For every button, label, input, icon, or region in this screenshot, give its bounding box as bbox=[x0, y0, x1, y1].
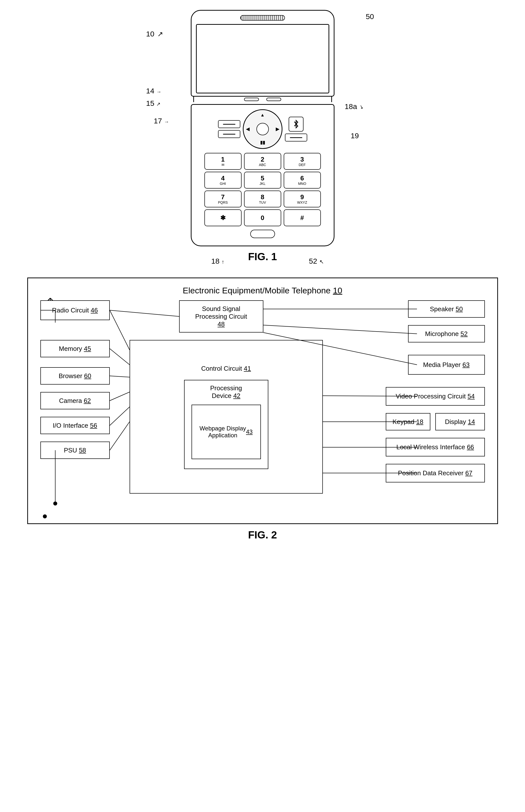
soft-key-line bbox=[223, 124, 235, 125]
phone-top bbox=[191, 10, 334, 96]
dpad-down[interactable]: ▮▮ bbox=[260, 140, 265, 145]
label-18: 18 ↑ bbox=[211, 257, 224, 265]
bluetooth-button[interactable] bbox=[289, 117, 303, 132]
svg-line-13 bbox=[110, 407, 130, 425]
block-local-wireless: Local Wireless Interface 66 bbox=[386, 438, 485, 456]
label-50: 50 bbox=[366, 12, 374, 21]
key-7[interactable]: 7 PQRS bbox=[205, 191, 242, 207]
svg-point-20 bbox=[53, 501, 57, 506]
right-soft-key-line bbox=[290, 137, 302, 138]
control-circuit-label: Control Circuit 41 bbox=[134, 365, 319, 373]
nav-cluster: 17 → 19 bbox=[196, 109, 329, 149]
block-webpage-display: Webpage DisplayApplication 43 bbox=[192, 405, 261, 459]
block-speaker: Speaker 50 bbox=[408, 300, 485, 318]
key-0[interactable]: 0 bbox=[244, 209, 281, 226]
phone-screen bbox=[196, 24, 329, 93]
fig2-title: FIG. 2 bbox=[27, 529, 498, 541]
keypad-row-3: 7 PQRS 8 TUV 9 WXYZ bbox=[205, 191, 321, 207]
key-8[interactable]: 8 TUV bbox=[244, 191, 281, 207]
phone-bottom: 18a ↖ 17 → 19 bbox=[191, 104, 334, 246]
keypad: 1 ✉ 2 ABC 3 DEF bbox=[196, 153, 329, 226]
key-3[interactable]: 3 DEF bbox=[284, 153, 321, 170]
key-hash[interactable]: # bbox=[284, 209, 321, 226]
fig2-outer-box: ~44 Electronic Equipment/Mobile Telephon… bbox=[27, 277, 498, 524]
dpad[interactable]: ◀ ▶ ▲ ▮▮ bbox=[243, 109, 283, 149]
key-6[interactable]: 6 MNO bbox=[284, 172, 321, 189]
mic-button[interactable] bbox=[250, 230, 275, 238]
label-18a: 18a ↖ bbox=[345, 102, 363, 111]
soft-key-line-2 bbox=[223, 134, 235, 135]
dpad-center[interactable] bbox=[256, 123, 269, 135]
key-star[interactable]: ✱ bbox=[205, 209, 242, 226]
svg-line-14 bbox=[110, 422, 130, 450]
left-soft-keys bbox=[218, 120, 240, 138]
block-microphone: Microphone 52 bbox=[408, 325, 485, 343]
label-14: 14 → bbox=[146, 87, 162, 95]
keypad-row-4: ✱ 0 # bbox=[205, 209, 321, 226]
phone-diagram: 14 → 15 ↗ 18a ↖ bbox=[176, 10, 349, 246]
svg-line-9 bbox=[110, 310, 130, 350]
fig1-title: FIG. 1 bbox=[248, 251, 277, 262]
block-media-player: Media Player 63 bbox=[408, 355, 485, 375]
block-psu: PSU 58 bbox=[40, 441, 110, 459]
left-soft-key-2[interactable] bbox=[218, 130, 240, 138]
key-5[interactable]: 5 JKL bbox=[244, 172, 281, 189]
svg-line-12 bbox=[110, 392, 130, 401]
block-keypad: Keypad 18 bbox=[386, 413, 430, 431]
hinge-bump-left bbox=[244, 97, 259, 101]
block-control-circuit: Control Circuit 41 ProcessingDevice 42 W… bbox=[130, 340, 323, 494]
block-processing-device: ProcessingDevice 42 Webpage DisplayAppli… bbox=[184, 380, 268, 469]
ground-dot bbox=[43, 514, 47, 518]
svg-line-10 bbox=[110, 349, 130, 365]
svg-line-7 bbox=[264, 325, 417, 334]
svg-line-11 bbox=[110, 376, 130, 377]
dpad-right[interactable]: ▶ bbox=[276, 126, 279, 132]
key-4[interactable]: 4 GHI bbox=[205, 172, 242, 189]
dpad-left[interactable]: ◀ bbox=[246, 126, 250, 132]
processing-device-label: ProcessingDevice 42 bbox=[210, 384, 242, 400]
block-video-processing: Video Processing Circuit 54 bbox=[386, 387, 485, 406]
dpad-up[interactable]: ▲ bbox=[260, 112, 265, 118]
left-soft-key-1[interactable] bbox=[218, 120, 240, 128]
block-browser: Browser 60 bbox=[40, 367, 110, 385]
right-soft-key[interactable] bbox=[285, 134, 307, 141]
block-sound-signal: Sound SignalProcessing Circuit48 bbox=[179, 300, 264, 332]
key-2[interactable]: 2 ABC bbox=[244, 153, 281, 170]
right-nav-buttons bbox=[285, 117, 307, 141]
fig1-section: 10 ↗ 50 14 → 15 ↗ bbox=[0, 0, 525, 270]
speaker-grille bbox=[240, 15, 285, 20]
key-1[interactable]: 1 ✉ bbox=[205, 153, 242, 170]
svg-line-5 bbox=[110, 310, 179, 316]
label-17: 17 → bbox=[154, 117, 169, 125]
block-memory: Memory 45 bbox=[40, 340, 110, 357]
keypad-row-2: 4 GHI 5 JKL 6 MNO bbox=[205, 172, 321, 189]
label-15: 15 ↗ bbox=[146, 99, 161, 107]
block-camera: Camera 62 bbox=[40, 392, 110, 409]
phone-hinge bbox=[193, 96, 332, 102]
hinge-bump-right bbox=[266, 97, 281, 101]
label-10: 10 ↗ bbox=[146, 30, 163, 38]
block-position-data: Position Data Receiver 67 bbox=[386, 464, 485, 482]
fig2-main-title: Electronic Equipment/Mobile Telephone 10 bbox=[35, 286, 490, 295]
key-9[interactable]: 9 WXYZ bbox=[284, 191, 321, 207]
block-io-interface: I/O Interface 56 bbox=[40, 417, 110, 434]
block-display: Display 14 bbox=[435, 413, 485, 431]
label-52: 52 ↖ bbox=[309, 257, 324, 265]
block-radio-circuit: Radio Circuit 46 bbox=[40, 300, 110, 320]
fig2-section: ~44 Electronic Equipment/Mobile Telephon… bbox=[27, 277, 498, 541]
keypad-row-1: 1 ✉ 2 ABC 3 DEF bbox=[205, 153, 321, 170]
label-19: 19 bbox=[350, 132, 359, 140]
